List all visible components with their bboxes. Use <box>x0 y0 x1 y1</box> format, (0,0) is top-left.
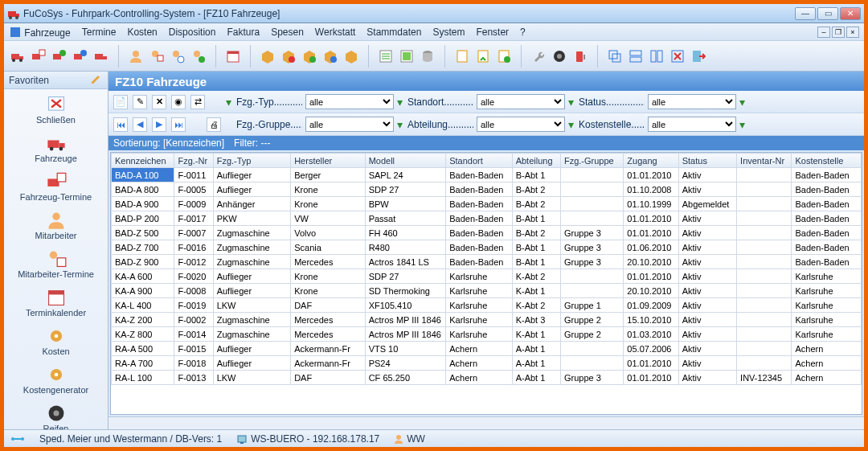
tb-doc3-icon[interactable] <box>495 47 513 65</box>
menu-kosten[interactable]: Kosten <box>127 27 157 38</box>
delete-record-button[interactable]: ✕ <box>152 95 166 109</box>
tb-truck-blue-icon[interactable] <box>72 47 89 65</box>
sidebar-item-kostengenerator[interactable]: Kostengenerator <box>4 363 108 401</box>
tb-tile-h-icon[interactable] <box>627 47 645 65</box>
sidebar-item-fahrzeuge[interactable]: Fahrzeuge <box>4 131 108 170</box>
tb-tile-v-icon[interactable] <box>648 47 665 65</box>
tb-tire-icon[interactable] <box>551 47 568 65</box>
tb-truck-green-icon[interactable] <box>51 47 68 65</box>
table-row[interactable]: KA-Z 800F-0014ZugmaschineMercedesActros … <box>112 327 862 342</box>
maximize-button[interactable]: ▭ <box>817 7 838 20</box>
tb-user-clock-icon[interactable] <box>169 47 186 65</box>
new-record-button[interactable]: 📄 <box>113 95 128 109</box>
column-header[interactable]: Modell <box>365 154 446 168</box>
table-row[interactable]: BAD-A 800F-0005AufliegerKroneSDP 27Baden… <box>112 182 862 197</box>
filter-select[interactable]: alle <box>477 94 565 109</box>
filter-select[interactable]: alle <box>648 94 736 109</box>
table-row[interactable]: RA-A 500F-0015AufliegerAckermann-FrVTS 1… <box>112 342 862 356</box>
funnel-icon[interactable]: ▾ <box>568 96 574 109</box>
tb-cascade-icon[interactable] <box>606 47 624 65</box>
table-row[interactable]: KA-L 400F-0019LKWDAFXF105.410KarlsruheK-… <box>112 298 862 313</box>
menu-disposition[interactable]: Disposition <box>169 27 216 38</box>
table-row[interactable]: BAD-A 900F-0009AnhängerKroneBPWBaden-Bad… <box>112 197 862 211</box>
horizontal-scrollbar[interactable] <box>108 416 864 429</box>
table-row[interactable]: RA-A 700F-0018AufliegerAckermann-FrPS24A… <box>112 356 862 371</box>
mdi-close-button[interactable]: × <box>846 27 859 38</box>
column-header[interactable]: Status <box>678 154 736 168</box>
sidebar-item-mitarbeitertermine[interactable]: Mitarbeiter-Termine <box>4 247 108 285</box>
tb-exit-icon[interactable] <box>690 47 707 65</box>
table-row[interactable]: KA-Z 200F-0002ZugmaschineMercedesActros … <box>112 313 862 327</box>
tb-user-icon[interactable] <box>127 47 145 65</box>
column-header[interactable]: Abteilung <box>512 154 560 168</box>
close-window-button[interactable]: ✕ <box>840 7 861 20</box>
column-header[interactable]: Zugang <box>624 154 678 168</box>
column-header[interactable]: Kennzeichen <box>112 154 174 168</box>
column-header[interactable]: Fzg.-Nr <box>174 154 213 168</box>
tb-box2-icon[interactable] <box>280 47 297 65</box>
menu-help[interactable]: ? <box>520 27 526 38</box>
sidebar-item-fahrzeugtermine[interactable]: Fahrzeug-Termine <box>4 170 108 208</box>
edit-favorites-icon[interactable] <box>90 72 103 88</box>
table-row[interactable]: BAD-Z 900F-0012ZugmaschineMercedesActros… <box>112 255 862 269</box>
tb-truck-calendar-icon[interactable] <box>30 47 47 65</box>
column-header[interactable]: Standort <box>446 154 512 168</box>
tb-wrench-icon[interactable] <box>530 47 547 65</box>
data-grid[interactable]: KennzeichenFzg.-NrFzg.-TypHerstellerMode… <box>110 152 862 415</box>
funnel-icon[interactable]: ▾ <box>397 96 403 109</box>
table-row[interactable]: BAD-Z 500F-0007ZugmaschineVolvoFH 460Bad… <box>112 226 862 240</box>
mdi-minimize-button[interactable]: – <box>817 27 830 38</box>
print-button[interactable]: 🖨 <box>207 117 221 132</box>
filter-select[interactable]: alle <box>648 117 736 132</box>
tb-list1-icon[interactable] <box>377 47 395 65</box>
column-header[interactable]: Fzg.-Gruppe <box>560 154 623 168</box>
table-row[interactable]: BAD-A 100F-0011AufliegerBergerSAPL 24Bad… <box>112 168 862 182</box>
table-row[interactable]: BAD-Z 700F-0016ZugmaschineScaniaR480Bade… <box>112 240 862 255</box>
export-button[interactable]: ⇄ <box>190 95 205 109</box>
column-header[interactable]: Kostenstelle <box>792 154 862 168</box>
tb-box5-icon[interactable] <box>342 47 360 65</box>
sidebar-item-terminkalender[interactable]: Terminkalender <box>4 285 108 324</box>
nav-first-button[interactable]: ⏮ <box>113 117 128 132</box>
edit-record-button[interactable]: ✎ <box>133 95 147 109</box>
tb-doc1-icon[interactable] <box>453 47 471 65</box>
mdi-restore-button[interactable]: ❐ <box>832 27 845 38</box>
menu-stammdaten[interactable]: Stammdaten <box>366 27 421 38</box>
menu-faktura[interactable]: Faktura <box>227 27 260 38</box>
nav-last-button[interactable]: ⏭ <box>171 117 186 132</box>
tb-box1-icon[interactable] <box>259 47 276 65</box>
funnel-icon[interactable]: ▾ <box>397 118 403 131</box>
menu-fenster[interactable]: Fenster <box>476 27 509 38</box>
sidebar-item-mitarbeiter[interactable]: Mitarbeiter <box>4 208 108 247</box>
tb-user-green-icon[interactable] <box>190 47 207 65</box>
tb-truck-red-icon[interactable] <box>9 47 27 65</box>
tb-fuel-icon[interactable] <box>571 47 589 65</box>
filter-clear-icon[interactable]: ▾ <box>226 96 231 109</box>
tb-box4-icon[interactable] <box>321 47 339 65</box>
tb-doc2-icon[interactable] <box>474 47 492 65</box>
filter-select[interactable]: alle <box>305 94 394 109</box>
tb-db-icon[interactable] <box>419 47 436 65</box>
sidebar-item-reifen[interactable]: Reifen <box>4 401 108 429</box>
column-header[interactable]: Fzg.-Typ <box>213 154 291 168</box>
table-row[interactable]: KA-A 600F-0020AufliegerKroneSDP 27Karlsr… <box>112 269 862 284</box>
menu-termine[interactable]: Termine <box>82 27 117 38</box>
tb-user-calendar-icon[interactable] <box>148 47 166 65</box>
table-row[interactable]: KA-A 900F-0008AufliegerKroneSD Thermokin… <box>112 284 862 298</box>
funnel-icon[interactable]: ▾ <box>568 118 574 131</box>
filter-select[interactable]: alle <box>305 117 394 132</box>
funnel-icon[interactable]: ▾ <box>739 96 745 109</box>
menu-werkstatt[interactable]: Werkstatt <box>315 27 355 38</box>
nav-next-button[interactable]: ▶ <box>152 117 166 132</box>
refresh-button[interactable]: ◉ <box>171 95 186 109</box>
tb-closeall-icon[interactable] <box>669 47 686 65</box>
menu-system[interactable]: System <box>432 27 465 38</box>
sidebar-item-schlieen[interactable]: Schließen <box>4 92 108 131</box>
table-row[interactable]: RA-L 100F-0013LKWDAFCF 65.250AchernA-Abt… <box>112 371 862 385</box>
nav-prev-button[interactable]: ◀ <box>133 117 147 132</box>
menu-fahrzeuge[interactable]: Fahrzeuge <box>9 26 71 39</box>
sidebar-item-kosten[interactable]: Kosten <box>4 324 108 363</box>
menu-spesen[interactable]: Spesen <box>271 27 304 38</box>
tb-list2-icon[interactable] <box>398 47 416 65</box>
tb-box3-icon[interactable] <box>301 47 318 65</box>
